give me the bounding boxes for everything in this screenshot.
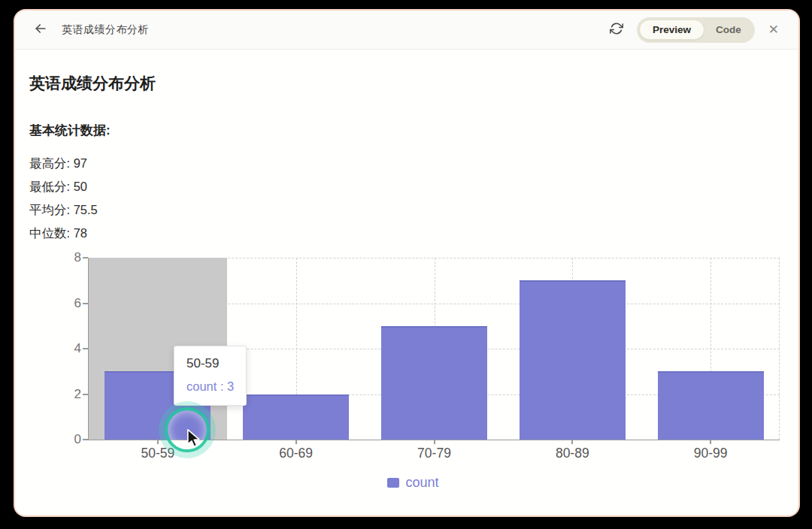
x-axis-tick-label: 90-99 — [641, 446, 780, 461]
x-axis-tick-label: 70-79 — [365, 446, 504, 461]
window-title: 英语成绩分布分析 — [62, 23, 149, 37]
toggle-option-code[interactable]: Code — [704, 20, 753, 40]
toggle-option-preview[interactable]: Preview — [639, 20, 704, 41]
chart-tooltip: 50-59 count : 3 — [174, 346, 247, 406]
mouse-cursor-icon — [184, 428, 204, 452]
section-heading: 基本统计数据: — [29, 122, 798, 139]
bar-60-69[interactable] — [243, 394, 349, 440]
x-axis-tick-label: 50-59 — [89, 446, 227, 461]
back-button[interactable] — [32, 20, 50, 40]
preview-code-toggle: Preview Code — [637, 17, 755, 43]
bar-90-99[interactable] — [658, 371, 764, 440]
y-axis-tick-label: 8 — [59, 250, 81, 265]
bar-70-79[interactable] — [381, 326, 487, 440]
close-icon: ✕ — [768, 23, 779, 36]
y-axis-tick-label: 6 — [59, 296, 81, 311]
chart-legend[interactable]: count — [68, 475, 759, 491]
stat-max: 最高分: 97 — [29, 152, 798, 175]
refresh-icon — [610, 22, 623, 38]
stat-median: 中位数: 78 — [29, 222, 798, 245]
legend-label: count — [405, 475, 438, 491]
stat-mean: 平均分: 75.5 — [29, 198, 798, 222]
y-axis-tick-label: 2 — [59, 387, 81, 402]
tooltip-value: count : 3 — [186, 379, 234, 394]
stats-block: 最高分: 97 最低分: 50 平均分: 75.5 中位数: 78 — [29, 152, 798, 245]
y-axis-tick-label: 0 — [59, 432, 81, 447]
click-indicator-ring — [165, 407, 210, 452]
close-button[interactable]: ✕ — [767, 22, 780, 38]
x-axis-tick-label: 80-89 — [503, 446, 641, 461]
legend-swatch — [387, 478, 399, 488]
bar-chart: 0246850-5960-6970-7980-8990-99 50-59 cou… — [88, 258, 780, 440]
stat-min: 最低分: 50 — [29, 175, 798, 198]
arrow-left-icon — [33, 21, 48, 38]
x-axis-tick-label: 60-69 — [227, 446, 365, 461]
window-header: 英语成绩分布分析 Preview Code ✕ — [15, 11, 798, 50]
preview-window: 英语成绩分布分析 Preview Code ✕ 英语成绩分布分析 基本统计数据:… — [14, 9, 800, 517]
content-area: 英语成绩分布分析 基本统计数据: 最高分: 97 最低分: 50 平均分: 75… — [15, 73, 798, 245]
y-axis-tick-label: 4 — [59, 341, 81, 356]
bar-80-89[interactable] — [520, 280, 626, 440]
refresh-button[interactable] — [608, 20, 625, 39]
page-title: 英语成绩分布分析 — [29, 73, 798, 94]
tooltip-category: 50-59 — [186, 356, 234, 371]
